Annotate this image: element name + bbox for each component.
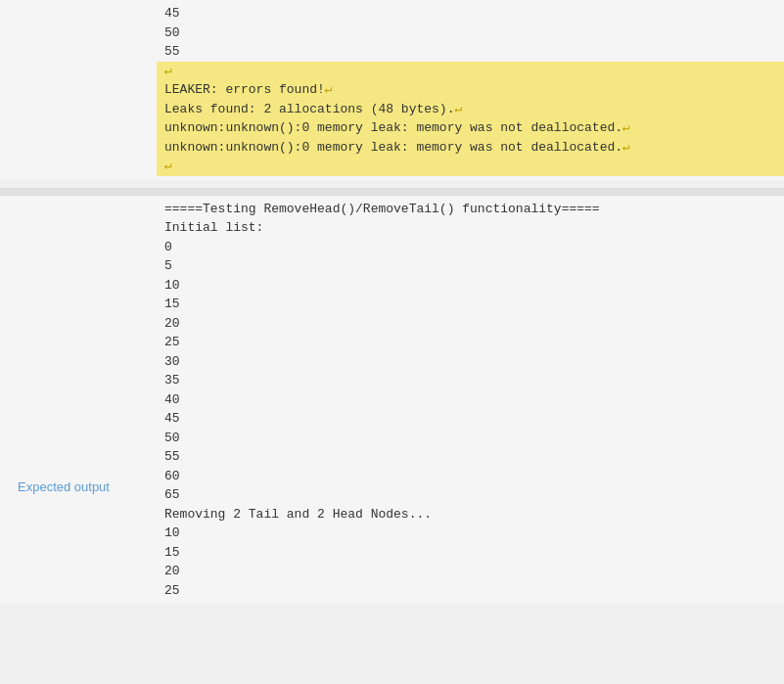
line-20: 20: [157, 314, 784, 334]
top-section: 45 50 55 ↵ LEAKER: errors found!↵ Leaks …: [0, 0, 784, 180]
line-leaks-found: Leaks found: 2 allocations (48 bytes).↵: [157, 100, 784, 119]
page-container: 45 50 55 ↵ LEAKER: errors found!↵ Leaks …: [0, 0, 784, 684]
expected-output-label: Expected output: [18, 479, 110, 494]
line-55: 55: [157, 42, 784, 62]
line-initial-list: Initial list:: [157, 218, 784, 238]
line-memory-leak-1: unknown:unknown():0 memory leak: memory …: [157, 118, 784, 138]
line-memory-leak-2: unknown:unknown():0 memory leak: memory …: [157, 138, 784, 158]
line-50: 50: [157, 23, 784, 43]
bottom-code-block: =====Testing RemoveHead()/RemoveTail() f…: [157, 200, 784, 601]
line-65: 65: [157, 485, 784, 505]
line-0: 0: [157, 238, 784, 257]
line-10b: 10: [157, 524, 784, 543]
line-return-1: ↵: [157, 62, 784, 81]
line-45: 45: [157, 4, 784, 23]
line-55b: 55: [157, 447, 784, 467]
line-30: 30: [157, 352, 784, 372]
line-20b: 20: [157, 562, 784, 581]
line-45b: 45: [157, 409, 784, 429]
line-testing-header: =====Testing RemoveHead()/RemoveTail() f…: [157, 200, 784, 219]
line-25b: 25: [157, 581, 784, 601]
line-15b: 15: [157, 543, 784, 563]
bottom-section: Expected output =====Testing RemoveHead(…: [0, 196, 784, 605]
top-code-block: 45 50 55 ↵ LEAKER: errors found!↵ Leaks …: [157, 4, 784, 176]
line-return-2: ↵: [157, 157, 784, 176]
line-35: 35: [157, 371, 784, 390]
line-removing: Removing 2 Tail and 2 Head Nodes...: [157, 505, 784, 524]
line-50b: 50: [157, 429, 784, 448]
line-leaker: LEAKER: errors found!↵: [157, 80, 784, 100]
line-60: 60: [157, 467, 784, 486]
line-10: 10: [157, 276, 784, 296]
line-15: 15: [157, 295, 784, 314]
line-5: 5: [157, 256, 784, 276]
separator: [0, 188, 784, 196]
line-25: 25: [157, 333, 784, 352]
line-40: 40: [157, 390, 784, 410]
